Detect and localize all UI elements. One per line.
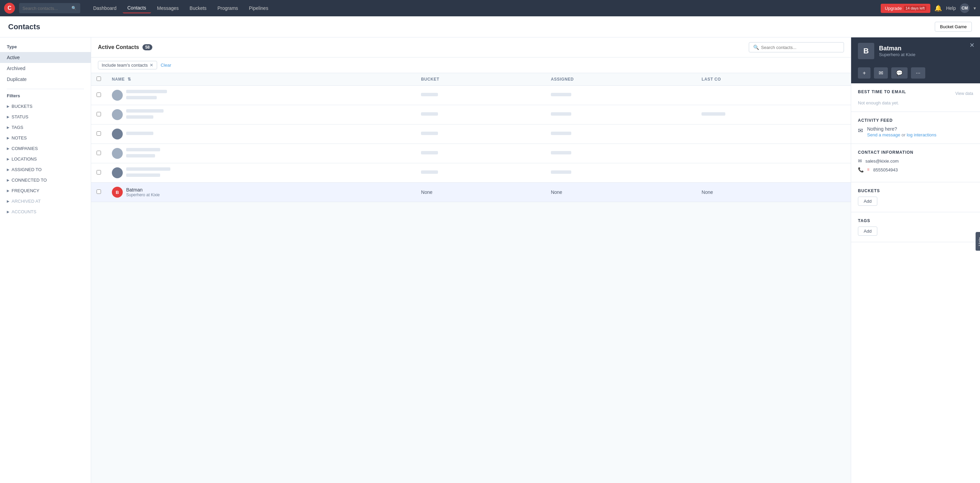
row-checkbox[interactable] [97, 170, 101, 174]
filter-frequency[interactable]: ▶ FREQUENCY [0, 185, 91, 196]
select-all-cell [91, 73, 107, 86]
top-navigation: C 🔍 Dashboard Contacts Messages Buckets … [0, 0, 980, 16]
panel-contact-name: Batman [879, 45, 915, 52]
nav-messages[interactable]: Messages [152, 3, 184, 13]
add-bucket-button[interactable]: Add [858, 197, 877, 206]
batman-name-cell: B Batman Superhero at Kixie [107, 183, 415, 202]
row-checkbox[interactable] [97, 92, 101, 97]
panel-message-button[interactable]: 💬 [891, 67, 908, 78]
panel-contact-subtitle: Superhero at Kixie [879, 52, 915, 57]
assigned-chevron-icon: ▶ [7, 168, 10, 171]
blurred-last-cell [696, 86, 851, 105]
sidebar-type-archived[interactable]: Archived [0, 63, 91, 74]
connected-chevron-icon: ▶ [7, 178, 10, 182]
contact-search-input[interactable] [761, 45, 840, 50]
batman-name: Batman [126, 187, 160, 193]
blurred-name [126, 90, 167, 93]
panel-close-button[interactable]: ✕ [969, 41, 975, 49]
tags-section: TAGS Add [851, 212, 980, 242]
tags-chevron-icon: ▶ [7, 126, 10, 129]
blurred-bucket [421, 151, 438, 155]
help-tab[interactable]: Help [975, 232, 980, 251]
table-row[interactable] [91, 105, 851, 124]
filter-locations[interactable]: ▶ LOCATIONS [0, 154, 91, 164]
table-row[interactable] [91, 163, 851, 183]
filter-notes[interactable]: ▶ NOTES [0, 133, 91, 143]
batman-table-row[interactable]: B Batman Superhero at Kixie None None No… [91, 183, 851, 202]
name-sort-icon[interactable]: ⇅ [127, 77, 131, 81]
send-message-link[interactable]: Send a message [867, 132, 900, 137]
panel-body: BEST TIME TO EMAIL View data Not enough … [851, 83, 980, 483]
help-link[interactable]: Help [946, 5, 956, 11]
nav-search-input[interactable] [22, 6, 70, 11]
bucket-game-button[interactable]: Bucket Game [935, 22, 972, 32]
contact-search-bar: 🔍 [749, 42, 844, 53]
add-tag-button[interactable]: Add [858, 226, 877, 236]
row-checkbox[interactable] [97, 112, 101, 116]
table-row[interactable] [91, 124, 851, 144]
blurred-last-cell [696, 163, 851, 183]
team-contacts-filter-tag: Include team's contacts ✕ [98, 61, 157, 69]
email-row: ✉ sales@kixie.com [858, 158, 973, 164]
blurred-bucket-cell [415, 124, 546, 144]
nav-contacts[interactable]: Contacts [123, 3, 151, 13]
blurred-bucket-cell [415, 86, 546, 105]
select-all-checkbox[interactable] [97, 77, 101, 81]
nav-pipelines[interactable]: Pipelines [244, 3, 273, 13]
sidebar-type-active[interactable]: Active [0, 52, 91, 63]
blurred-name [126, 167, 170, 171]
blurred-bucket [421, 112, 438, 116]
row-checkbox-cell [91, 105, 107, 124]
table-row[interactable] [91, 144, 851, 163]
frequency-chevron-icon: ▶ [7, 189, 10, 193]
user-avatar[interactable]: CM [960, 3, 969, 13]
notification-icon[interactable]: 🔔 [934, 5, 942, 12]
sidebar-type-duplicate[interactable]: Duplicate [0, 74, 91, 85]
blurred-assigned-cell [546, 105, 696, 124]
filter-companies[interactable]: ▶ COMPANIES [0, 143, 91, 154]
avatar [112, 167, 123, 178]
upgrade-button[interactable]: Upgrade 14 days left [881, 4, 931, 13]
contact-search-icon: 🔍 [753, 45, 759, 50]
view-data-link[interactable]: View data [956, 91, 973, 96]
contact-info [126, 132, 153, 136]
remove-filter-icon[interactable]: ✕ [150, 62, 153, 68]
nav-right-actions: Upgrade 14 days left 🔔 Help CM ▾ [881, 3, 976, 13]
filter-assigned-to[interactable]: ▶ ASSIGNED TO [0, 164, 91, 175]
search-icon: 🔍 [72, 6, 76, 11]
app-logo[interactable]: C [4, 3, 15, 14]
row-checkbox[interactable] [97, 151, 101, 155]
row-checkbox-cell [91, 86, 107, 105]
table-body: B Batman Superhero at Kixie None None No… [91, 86, 851, 202]
name-column-header: Name ⇅ [107, 73, 415, 86]
assigned-column-header: Assigned [546, 73, 696, 86]
filter-buckets[interactable]: ▶ BUCKETS [0, 101, 91, 112]
nav-dashboard[interactable]: Dashboard [88, 3, 121, 13]
filter-row: Include team's contacts ✕ Clear [91, 57, 851, 73]
panel-email-button[interactable]: ✉ [874, 67, 888, 78]
panel-more-button[interactable]: ··· [911, 67, 925, 78]
filter-tags[interactable]: ▶ TAGS [0, 122, 91, 133]
contact-info [126, 90, 167, 101]
nav-programs[interactable]: Programs [213, 3, 243, 13]
clear-filters-button[interactable]: Clear [161, 62, 171, 68]
contact-email: sales@kixie.com [865, 158, 899, 164]
contact-info [126, 109, 164, 120]
phone-row: 📞 ⠿ 8555054943 [858, 167, 973, 172]
batman-avatar: B [112, 187, 123, 198]
row-checkbox[interactable] [97, 131, 101, 136]
filter-connected-to[interactable]: ▶ CONNECTED TO [0, 175, 91, 185]
panel-add-button[interactable]: + [858, 67, 870, 78]
table-row[interactable] [91, 86, 851, 105]
batman-row-checkbox-cell [91, 183, 107, 202]
batman-row-checkbox[interactable] [97, 190, 101, 194]
companies-chevron-icon: ▶ [7, 147, 10, 150]
user-menu-chevron[interactable]: ▾ [974, 5, 976, 11]
batman-bucket-cell: None [415, 183, 546, 202]
log-interactions-link[interactable]: log interactions [907, 132, 936, 137]
nav-buckets[interactable]: Buckets [185, 3, 212, 13]
row-checkbox-cell [91, 163, 107, 183]
filter-status[interactable]: ▶ STATUS [0, 112, 91, 122]
activity-mail-icon: ✉ [858, 127, 863, 134]
active-contacts-title: Active Contacts 58 [98, 44, 152, 50]
